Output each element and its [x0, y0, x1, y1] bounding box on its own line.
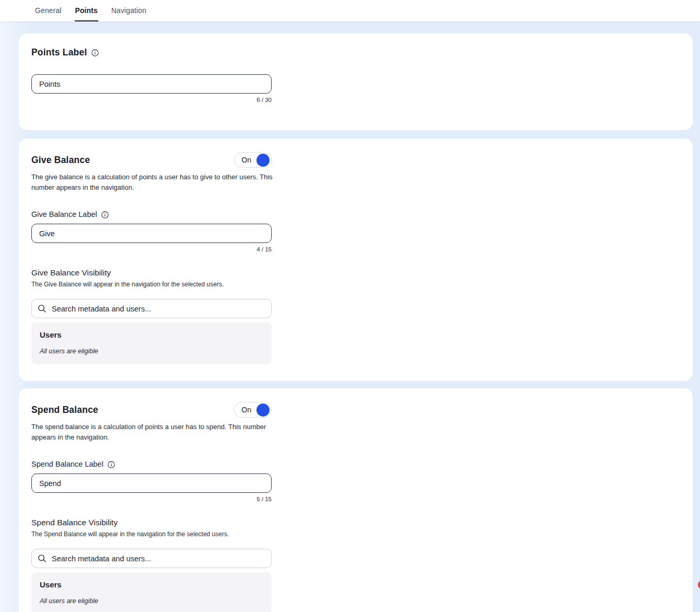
- tabs: General Points Navigation: [34, 0, 700, 21]
- spend-users-box[interactable]: Users All users are eligible: [31, 572, 272, 612]
- toggle-on-label: On: [241, 156, 251, 164]
- users-note: All users are eligible: [40, 348, 263, 355]
- toggle-knob: [256, 403, 270, 417]
- info-icon[interactable]: [91, 49, 99, 56]
- settings-tab-bar: General Points Navigation: [0, 0, 700, 21]
- tab-points[interactable]: Points: [75, 0, 98, 21]
- give-visibility-subtitle: The Give Balance will appear in the navi…: [31, 281, 680, 288]
- give-balance-description: The give balance is a calculation of poi…: [31, 172, 277, 193]
- search-icon: [38, 304, 46, 315]
- give-visibility-search-input[interactable]: [31, 299, 272, 318]
- spend-balance-label-text: Spend Balance Label: [31, 460, 103, 468]
- search-icon: [38, 554, 46, 565]
- points-char-count: 6 / 30: [31, 97, 272, 103]
- spend-visibility-title: Spend Balance Visibility: [31, 518, 680, 527]
- points-label-input[interactable]: [31, 74, 272, 94]
- spend-visibility-subtitle: The Spend Balance will appear in the nav…: [31, 530, 680, 538]
- spend-visibility-search-input[interactable]: [31, 549, 272, 568]
- users-title: Users: [40, 330, 263, 339]
- toggle-knob: [256, 154, 270, 167]
- info-icon[interactable]: [101, 211, 109, 218]
- give-balance-label-text: Give Balance Label: [31, 210, 97, 218]
- tab-general[interactable]: General: [34, 0, 62, 21]
- give-balance-label-input[interactable]: [31, 224, 272, 243]
- give-balance-toggle[interactable]: On: [234, 152, 272, 168]
- floating-widget-badge[interactable]: [698, 581, 700, 589]
- give-visibility-title: Give Balance Visibility: [31, 268, 680, 278]
- spend-balance-title: Spend Balance: [31, 405, 98, 415]
- points-label-card: Points Label 6 / 30: [19, 33, 693, 130]
- spend-balance-card: Spend Balance On The spend balance is a …: [19, 388, 693, 612]
- points-settings-page: { "tabs": [ { "label": "General" }, { "l…: [0, 0, 700, 612]
- spend-balance-description: The spend balance is a calculation of po…: [31, 422, 277, 443]
- spend-balance-toggle[interactable]: On: [234, 402, 272, 418]
- spend-char-count: 5 / 15: [31, 496, 272, 502]
- users-title: Users: [40, 580, 263, 589]
- give-users-box[interactable]: Users All users are eligible: [31, 322, 272, 364]
- toggle-on-label: On: [241, 406, 251, 414]
- tab-navigation[interactable]: Navigation: [111, 0, 147, 21]
- give-balance-card: Give Balance On The give balance is a ca…: [19, 138, 693, 381]
- points-label-title: Points Label: [31, 47, 87, 58]
- users-note: All users are eligible: [40, 597, 263, 605]
- info-icon[interactable]: [108, 461, 115, 468]
- give-balance-title: Give Balance: [31, 155, 90, 166]
- spend-balance-label-input[interactable]: [31, 474, 272, 493]
- give-char-count: 4 / 15: [31, 246, 272, 252]
